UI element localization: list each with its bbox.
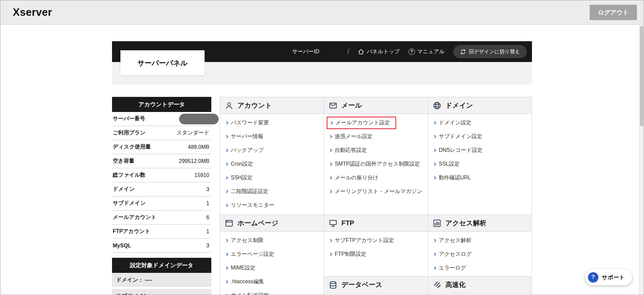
mail-icon (329, 101, 337, 110)
menu-column-3: ドメイン ドメイン設定 サブドメイン設定 DNSレコード設定 SSL設定 動作確… (428, 97, 532, 295)
link-mailing-list-magazine[interactable]: メーリングリスト・メールマガジン (324, 185, 428, 198)
sidebar-row-server-number: サーバー番号 (112, 112, 211, 126)
chevron-right-icon (225, 176, 228, 180)
chevron-right-icon (433, 239, 436, 242)
link-server-info[interactable]: サーバー情報 (220, 130, 324, 143)
section-title: アクセス解析 (445, 219, 486, 228)
link-auto-reply-settings[interactable]: 自動応答設定 (324, 143, 428, 157)
section-title: メール (341, 101, 362, 110)
chevron-right-icon (225, 121, 228, 125)
link-subdomain-settings[interactable]: サブドメイン設定 (428, 130, 532, 143)
refresh-icon (460, 49, 466, 55)
link-ssl-settings[interactable]: SSL設定 (428, 157, 532, 171)
sidebar-row-mail-accounts: メールアカウント6 (112, 211, 211, 225)
question-icon: ? (409, 49, 415, 55)
link-htaccess-edit[interactable]: .htaccess編集 (220, 275, 324, 289)
highlight-box: メールアカウント設定 (327, 117, 396, 129)
link-dns-record-settings[interactable]: DNSレコード設定 (428, 143, 532, 157)
speed-icon (433, 281, 441, 289)
link-operation-check-url[interactable]: 動作確認URL (428, 171, 532, 185)
section-title: ホームページ (237, 219, 278, 228)
section-title: 高速化 (445, 280, 466, 289)
chevron-right-icon (225, 267, 228, 270)
link-smtp-overseas-restriction[interactable]: SMTP認証の国外アクセス制限設定 (324, 157, 428, 171)
link-mail-sorting[interactable]: メールの振り分け (324, 171, 428, 185)
link-backup[interactable]: バックアップ (220, 143, 324, 157)
divider: / (347, 47, 349, 56)
link-password-change[interactable]: パスワード変更 (220, 116, 324, 130)
section-title: FTP (341, 219, 354, 227)
link-sub-ftp-account-settings[interactable]: サブFTPアカウント設定 (324, 234, 428, 247)
link-error-page-settings[interactable]: エラーページ設定 (220, 247, 324, 261)
chevron-right-icon (225, 163, 228, 166)
sidebar-row-ftp-accounts: FTPアカウント1 (112, 225, 211, 239)
link-resource-monitor[interactable]: リソースモニター (220, 198, 324, 212)
target-subdomain-row: サブドメイン (112, 289, 211, 295)
server-id-label: サーバーID (292, 41, 319, 62)
link-ssh-settings[interactable]: SSH設定 (220, 171, 324, 185)
link-mail-account-settings[interactable]: メールアカウント設定 (324, 116, 428, 130)
logout-button[interactable]: ログアウト (590, 5, 637, 20)
chevron-right-icon (433, 149, 436, 152)
section-title: アカウント (237, 101, 272, 110)
manual-label: マニュアル (417, 48, 445, 55)
chevron-right-icon (433, 253, 436, 256)
switch-old-design-button[interactable]: 旧デザインに切り替え (453, 45, 527, 58)
chevron-right-icon (225, 280, 228, 284)
link-cron-settings[interactable]: Cron設定 (220, 157, 324, 171)
chevron-right-icon (329, 149, 332, 152)
chevron-right-icon (225, 294, 228, 295)
chevron-right-icon (225, 149, 228, 152)
switch-old-design-label: 旧デザインに切り替え (469, 49, 520, 55)
sidebar: アカウントデータ サーバー番号 ご利用プランスタンダード ディスク使用量488.… (112, 97, 211, 295)
link-ftp-restriction-settings[interactable]: FTP制限設定 (324, 247, 428, 261)
link-error-log[interactable]: エラーログ (428, 261, 532, 275)
globe-icon (433, 101, 441, 110)
sidebar-row-subdomains: サブドメイン1 (112, 196, 211, 211)
chevron-right-icon (329, 253, 332, 256)
link-access-analysis[interactable]: アクセス解析 (428, 234, 532, 247)
link-two-step-auth[interactable]: 二段階認証設定 (220, 185, 324, 198)
section-access-analysis: アクセス解析 アクセス解析 アクセスログ エラーログ (428, 215, 532, 276)
support-button[interactable]: ? サポート (585, 269, 632, 285)
link-access-restriction[interactable]: アクセス制限 (220, 234, 324, 247)
database-icon (329, 281, 337, 289)
manual-link[interactable]: ? マニュアル (409, 48, 445, 55)
monitor-icon (329, 219, 337, 228)
scrollbar[interactable] (639, 25, 644, 295)
sidebar-row-mysql: MySQL3 (112, 239, 211, 253)
section-ftp: FTP サブFTPアカウント設定 FTP制限設定 (324, 215, 428, 276)
browser-icon (225, 219, 233, 228)
link-access-log[interactable]: アクセスログ (428, 247, 532, 261)
page-title: サーバーパネル (120, 50, 205, 75)
target-domain-row: ドメイン： ---- (112, 273, 211, 287)
chevron-right-icon (329, 176, 332, 180)
chevron-right-icon (225, 239, 228, 242)
chevron-right-icon (433, 121, 436, 125)
section-links: サブFTPアカウント設定 FTP制限設定 (324, 232, 428, 261)
section-domain-header: ドメイン (428, 97, 532, 114)
section-links: パスワード変更 サーバー情報 バックアップ Cron設定 SSH設定 二段階認証… (220, 114, 324, 212)
link-domain-settings[interactable]: ドメイン設定 (428, 116, 532, 130)
scrollbar-thumb[interactable] (640, 26, 643, 126)
question-icon: ? (588, 272, 598, 283)
chevron-right-icon (329, 190, 332, 193)
link-site-redirect-settings[interactable]: サイト転送設定 (220, 289, 324, 295)
section-account: アカウント パスワード変更 サーバー情報 バックアップ Cron設定 SSH設定… (220, 97, 324, 215)
chevron-right-icon (433, 163, 436, 166)
link-spam-mail-settings[interactable]: 迷惑メール設定 (324, 130, 428, 143)
chevron-right-icon (225, 190, 228, 193)
section-links: メールアカウント設定 迷惑メール設定 自動応答設定 SMTP認証の国外アクセス制… (324, 114, 428, 198)
chevron-right-icon (225, 135, 228, 138)
section-access-analysis-header: アクセス解析 (428, 215, 532, 232)
bar-chart-icon (433, 219, 441, 228)
chevron-right-icon (329, 163, 332, 166)
chevron-right-icon (329, 239, 332, 242)
topbar: Xserver ログアウト (0, 0, 644, 25)
panel-top-link[interactable]: パネルトップ (358, 48, 399, 55)
section-links: アクセス制限 エラーページ設定 MIME設定 .htaccess編集 サイト転送… (220, 232, 324, 295)
xserver-logo[interactable]: Xserver (13, 6, 52, 18)
link-mime-settings[interactable]: MIME設定 (220, 261, 324, 275)
sidebar-row-free-space: 空き容量299512.0MB (112, 154, 211, 168)
panel-header-nav: / パネルトップ ? マニュアル 旧デザインに切り替え (347, 41, 527, 62)
